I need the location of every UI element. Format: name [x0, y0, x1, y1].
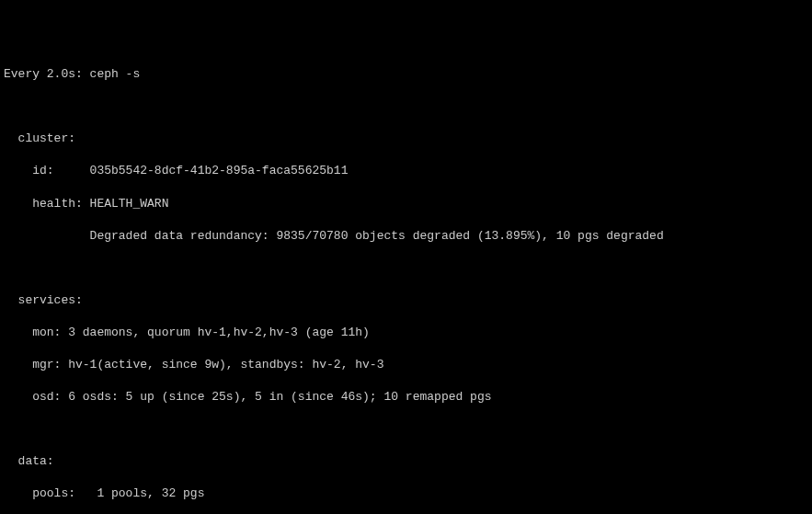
blank-line — [4, 260, 808, 277]
services-section-title: services: — [4, 292, 808, 309]
services-mon: mon: 3 daemons, quorum hv-1,hv-2,hv-3 (a… — [4, 325, 808, 341]
data-section-title: data: — [4, 453, 808, 470]
watch-header: Every 2.0s: ceph -s — [4, 66, 808, 83]
cluster-id: id: 035b5542-8dcf-41b2-895a-faca55625b11 — [4, 163, 808, 179]
cluster-health: health: HEALTH_WARN — [4, 196, 808, 212]
blank-line — [4, 421, 808, 438]
cluster-section-title: cluster: — [4, 131, 808, 147]
services-mgr: mgr: hv-1(active, since 9w), standbys: h… — [4, 357, 808, 373]
services-osd: osd: 6 osds: 5 up (since 25s), 5 in (sin… — [4, 389, 808, 405]
cluster-degraded: Degraded data redundancy: 9835/70780 obj… — [4, 228, 808, 245]
data-pools: pools: 1 pools, 32 pgs — [4, 485, 808, 502]
blank-line — [4, 98, 808, 115]
